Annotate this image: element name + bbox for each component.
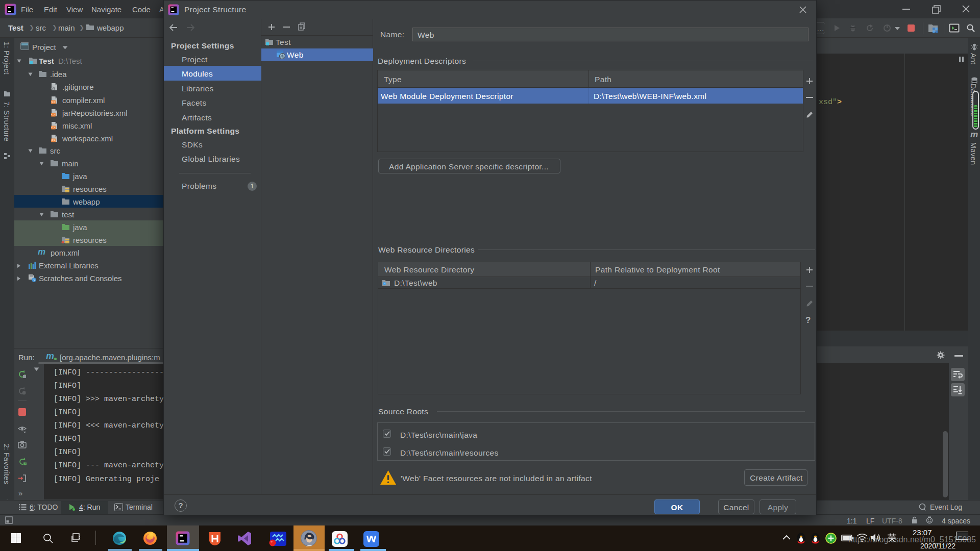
svg-text:<>: <> (52, 113, 56, 117)
svg-text:<>: <> (52, 126, 56, 130)
svg-text:<>: <> (52, 139, 56, 142)
svg-text:<>: <> (52, 101, 56, 104)
